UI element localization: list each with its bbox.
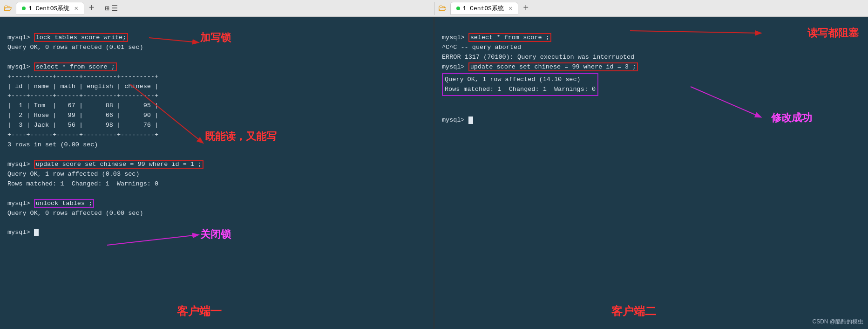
left-line-3: mysql> select * from score ; xyxy=(7,62,117,71)
tab-bar: 🗁 1 CentOS系统 ✕ + ⊞ ☰ 🗁 1 CentOS系统 ✕ + xyxy=(0,0,868,17)
folder-icon-left[interactable]: 🗁 xyxy=(4,3,12,13)
left-line-13: Query OK, 1 row affected (0.03 sec) xyxy=(7,171,140,178)
left-cursor xyxy=(34,229,39,236)
left-line-8: | 2 | Rose | 99 | 66 | 90 | xyxy=(7,112,158,119)
layout-icons: ⊞ ☰ xyxy=(105,4,118,13)
left-line-16: Query OK, 0 rows affected (0.00 sec) xyxy=(7,210,143,217)
tab-right[interactable]: 1 CentOS系统 ✕ xyxy=(450,2,519,15)
tab-title-right: 1 CentOS系统 xyxy=(463,4,504,13)
right-cmd-1: select * from score ; xyxy=(468,33,551,42)
right-cmd-2: update score set chinese = 99 where id =… xyxy=(468,62,638,71)
annotation-blocked: 读写都阻塞 xyxy=(807,25,859,41)
annotation-close-lock: 关闭锁 xyxy=(200,226,231,242)
annotation-client-right: 客户端二 xyxy=(611,302,656,320)
right-cursor xyxy=(468,117,473,124)
tab-bar-left: 🗁 1 CentOS系统 ✕ + ⊞ ☰ xyxy=(0,2,434,15)
annotation-client-left: 客户端一 xyxy=(177,302,222,320)
tab-dot-left xyxy=(22,7,26,10)
tab-add-right[interactable]: + xyxy=(520,3,531,14)
right-line-3: ERROR 1317 (70100): Query execution was … xyxy=(442,54,634,61)
tab-left[interactable]: 1 CentOS系统 ✕ xyxy=(16,2,84,15)
left-line-11: 3 rows in set (0.00 sec) xyxy=(7,141,98,148)
right-line-2: ^C^C -- query aborted xyxy=(442,44,521,51)
right-terminal[interactable]: mysql> select * from score ; ^C^C -- que… xyxy=(434,17,868,329)
left-line-5: | id | name | math | english | chinese | xyxy=(7,83,158,90)
left-cmd-1: lock tables score write; xyxy=(34,33,128,42)
left-line-15: mysql> unlock tables ; xyxy=(7,199,94,208)
annotation-write-lock: 加写锁 xyxy=(200,30,231,46)
left-line-9: | 3 | Jack | 56 | 98 | 76 | xyxy=(7,122,158,129)
annotation-success: 修改成功 xyxy=(771,110,812,126)
tab-title-left: 1 CentOS系统 xyxy=(28,4,69,13)
left-cmd-2: select * from score ; xyxy=(34,62,117,71)
left-line-6: +----+------+------+---------+---------+ xyxy=(7,92,158,99)
list-icon[interactable]: ☰ xyxy=(111,4,118,13)
left-line-17: mysql> xyxy=(7,229,39,236)
left-line-2: Query OK, 0 rows affected (0.01 sec) xyxy=(7,44,143,51)
right-line-5: Query OK, 1 row affected (14.10 sec) Row… xyxy=(442,73,598,96)
left-cmd-3: update score set chinese = 99 where id =… xyxy=(34,160,203,169)
right-line-6: mysql> xyxy=(442,117,473,123)
left-line-7: | 1 | Tom | 67 | 88 | 95 | xyxy=(7,102,158,109)
tab-add-left[interactable]: + xyxy=(86,3,97,14)
right-line-1: mysql> select * from score ; xyxy=(442,33,551,42)
right-line-4: mysql> update score set chinese = 99 whe… xyxy=(442,62,638,71)
tab-close-right[interactable]: ✕ xyxy=(509,4,512,12)
tab-bar-right: 🗁 1 CentOS系统 ✕ + xyxy=(434,2,868,15)
left-line-4: +----+------+------+---------+---------+ xyxy=(7,73,158,80)
left-terminal[interactable]: mysql> lock tables score write; Query OK… xyxy=(0,17,434,329)
watermark: CSDN @酷酷的模虫 xyxy=(812,317,863,326)
left-line-14: Rows matched: 1 Changed: 1 Warnings: 0 xyxy=(7,180,158,187)
left-line-12: mysql> update score set chinese = 99 whe… xyxy=(7,160,203,169)
main-content: mysql> lock tables score write; Query OK… xyxy=(0,17,868,329)
left-line-1: mysql> lock tables score write; xyxy=(7,33,128,42)
grid-icon[interactable]: ⊞ xyxy=(105,4,109,13)
folder-icon-right[interactable]: 🗁 xyxy=(438,3,447,13)
left-cmd-4: unlock tables ; xyxy=(34,199,95,208)
tab-close-left[interactable]: ✕ xyxy=(74,4,78,12)
left-line-10: +----+------+------+---------+---------+ xyxy=(7,131,158,138)
annotation-read-write: 既能读，又能写 xyxy=(205,129,277,144)
tab-dot-right xyxy=(456,7,460,10)
